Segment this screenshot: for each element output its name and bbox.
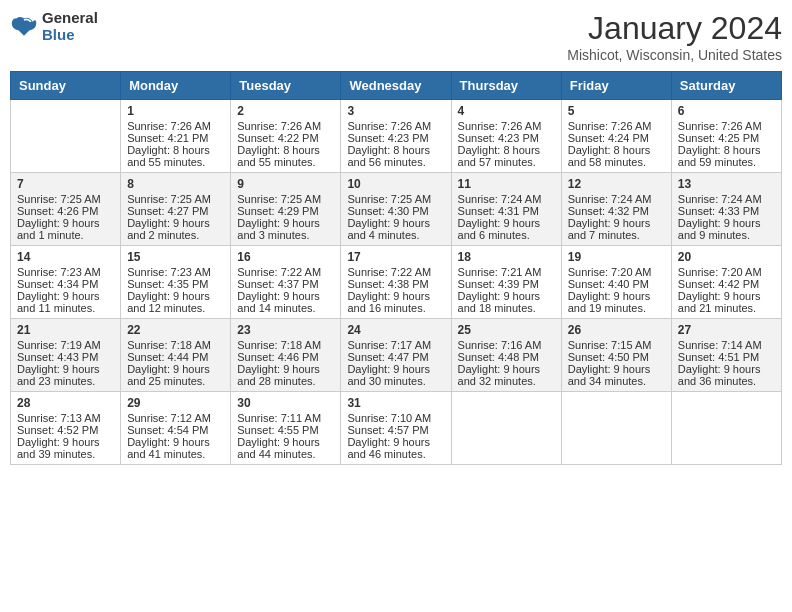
daylight-text: Daylight: 9 hours and 7 minutes.: [568, 217, 665, 241]
sunrise-text: Sunrise: 7:23 AM: [127, 266, 224, 278]
day-number: 11: [458, 177, 555, 191]
day-number: 31: [347, 396, 444, 410]
day-number: 25: [458, 323, 555, 337]
sunset-text: Sunset: 4:27 PM: [127, 205, 224, 217]
daylight-text: Daylight: 9 hours and 6 minutes.: [458, 217, 555, 241]
day-number: 5: [568, 104, 665, 118]
day-number: 21: [17, 323, 114, 337]
sunset-text: Sunset: 4:22 PM: [237, 132, 334, 144]
daylight-text: Daylight: 9 hours and 11 minutes.: [17, 290, 114, 314]
calendar-cell: 29Sunrise: 7:12 AMSunset: 4:54 PMDayligh…: [121, 392, 231, 465]
day-number: 1: [127, 104, 224, 118]
daylight-text: Daylight: 9 hours and 36 minutes.: [678, 363, 775, 387]
daylight-text: Daylight: 9 hours and 41 minutes.: [127, 436, 224, 460]
sunrise-text: Sunrise: 7:24 AM: [678, 193, 775, 205]
sunrise-text: Sunrise: 7:26 AM: [347, 120, 444, 132]
day-number: 6: [678, 104, 775, 118]
sunrise-text: Sunrise: 7:10 AM: [347, 412, 444, 424]
header: General Blue January 2024 Mishicot, Wisc…: [10, 10, 782, 63]
sunset-text: Sunset: 4:50 PM: [568, 351, 665, 363]
month-title: January 2024: [567, 10, 782, 47]
day-number: 18: [458, 250, 555, 264]
calendar-cell: 28Sunrise: 7:13 AMSunset: 4:52 PMDayligh…: [11, 392, 121, 465]
calendar-cell: [561, 392, 671, 465]
sunset-text: Sunset: 4:46 PM: [237, 351, 334, 363]
calendar-cell: 20Sunrise: 7:20 AMSunset: 4:42 PMDayligh…: [671, 246, 781, 319]
calendar-cell: 1Sunrise: 7:26 AMSunset: 4:21 PMDaylight…: [121, 100, 231, 173]
day-number: 7: [17, 177, 114, 191]
sunset-text: Sunset: 4:48 PM: [458, 351, 555, 363]
sunrise-text: Sunrise: 7:22 AM: [237, 266, 334, 278]
daylight-text: Daylight: 9 hours and 14 minutes.: [237, 290, 334, 314]
daylight-text: Daylight: 9 hours and 21 minutes.: [678, 290, 775, 314]
weekday-header-wednesday: Wednesday: [341, 72, 451, 100]
sunrise-text: Sunrise: 7:16 AM: [458, 339, 555, 351]
sunset-text: Sunset: 4:40 PM: [568, 278, 665, 290]
daylight-text: Daylight: 9 hours and 44 minutes.: [237, 436, 334, 460]
day-number: 2: [237, 104, 334, 118]
day-number: 4: [458, 104, 555, 118]
calendar-cell: 12Sunrise: 7:24 AMSunset: 4:32 PMDayligh…: [561, 173, 671, 246]
calendar-cell: 10Sunrise: 7:25 AMSunset: 4:30 PMDayligh…: [341, 173, 451, 246]
day-number: 9: [237, 177, 334, 191]
sunset-text: Sunset: 4:26 PM: [17, 205, 114, 217]
calendar-cell: 23Sunrise: 7:18 AMSunset: 4:46 PMDayligh…: [231, 319, 341, 392]
sunrise-text: Sunrise: 7:17 AM: [347, 339, 444, 351]
calendar: SundayMondayTuesdayWednesdayThursdayFrid…: [10, 71, 782, 465]
calendar-cell: 3Sunrise: 7:26 AMSunset: 4:23 PMDaylight…: [341, 100, 451, 173]
daylight-text: Daylight: 9 hours and 2 minutes.: [127, 217, 224, 241]
sunset-text: Sunset: 4:51 PM: [678, 351, 775, 363]
sunset-text: Sunset: 4:21 PM: [127, 132, 224, 144]
sunset-text: Sunset: 4:38 PM: [347, 278, 444, 290]
sunrise-text: Sunrise: 7:11 AM: [237, 412, 334, 424]
day-number: 22: [127, 323, 224, 337]
sunrise-text: Sunrise: 7:13 AM: [17, 412, 114, 424]
calendar-cell: 16Sunrise: 7:22 AMSunset: 4:37 PMDayligh…: [231, 246, 341, 319]
calendar-cell: 19Sunrise: 7:20 AMSunset: 4:40 PMDayligh…: [561, 246, 671, 319]
calendar-cell: 8Sunrise: 7:25 AMSunset: 4:27 PMDaylight…: [121, 173, 231, 246]
daylight-text: Daylight: 8 hours and 56 minutes.: [347, 144, 444, 168]
sunrise-text: Sunrise: 7:26 AM: [568, 120, 665, 132]
calendar-week-row: 28Sunrise: 7:13 AMSunset: 4:52 PMDayligh…: [11, 392, 782, 465]
daylight-text: Daylight: 9 hours and 18 minutes.: [458, 290, 555, 314]
logo-blue-text: Blue: [42, 27, 98, 44]
calendar-cell: 21Sunrise: 7:19 AMSunset: 4:43 PMDayligh…: [11, 319, 121, 392]
sunset-text: Sunset: 4:24 PM: [568, 132, 665, 144]
calendar-cell: 27Sunrise: 7:14 AMSunset: 4:51 PMDayligh…: [671, 319, 781, 392]
calendar-cell: 18Sunrise: 7:21 AMSunset: 4:39 PMDayligh…: [451, 246, 561, 319]
daylight-text: Daylight: 9 hours and 32 minutes.: [458, 363, 555, 387]
calendar-week-row: 1Sunrise: 7:26 AMSunset: 4:21 PMDaylight…: [11, 100, 782, 173]
calendar-cell: 30Sunrise: 7:11 AMSunset: 4:55 PMDayligh…: [231, 392, 341, 465]
calendar-cell: 17Sunrise: 7:22 AMSunset: 4:38 PMDayligh…: [341, 246, 451, 319]
location: Mishicot, Wisconsin, United States: [567, 47, 782, 63]
sunset-text: Sunset: 4:23 PM: [458, 132, 555, 144]
day-number: 20: [678, 250, 775, 264]
day-number: 16: [237, 250, 334, 264]
sunrise-text: Sunrise: 7:24 AM: [458, 193, 555, 205]
daylight-text: Daylight: 8 hours and 57 minutes.: [458, 144, 555, 168]
calendar-cell: 7Sunrise: 7:25 AMSunset: 4:26 PMDaylight…: [11, 173, 121, 246]
logo: General Blue: [10, 10, 98, 43]
daylight-text: Daylight: 9 hours and 25 minutes.: [127, 363, 224, 387]
sunset-text: Sunset: 4:57 PM: [347, 424, 444, 436]
sunrise-text: Sunrise: 7:26 AM: [678, 120, 775, 132]
weekday-header-thursday: Thursday: [451, 72, 561, 100]
sunrise-text: Sunrise: 7:25 AM: [237, 193, 334, 205]
sunrise-text: Sunrise: 7:25 AM: [347, 193, 444, 205]
sunset-text: Sunset: 4:55 PM: [237, 424, 334, 436]
calendar-cell: 15Sunrise: 7:23 AMSunset: 4:35 PMDayligh…: [121, 246, 231, 319]
day-number: 24: [347, 323, 444, 337]
daylight-text: Daylight: 9 hours and 9 minutes.: [678, 217, 775, 241]
sunset-text: Sunset: 4:47 PM: [347, 351, 444, 363]
sunset-text: Sunset: 4:44 PM: [127, 351, 224, 363]
logo-general-text: General: [42, 10, 98, 27]
calendar-cell: 6Sunrise: 7:26 AMSunset: 4:25 PMDaylight…: [671, 100, 781, 173]
sunrise-text: Sunrise: 7:19 AM: [17, 339, 114, 351]
calendar-week-row: 7Sunrise: 7:25 AMSunset: 4:26 PMDaylight…: [11, 173, 782, 246]
sunset-text: Sunset: 4:54 PM: [127, 424, 224, 436]
day-number: 23: [237, 323, 334, 337]
daylight-text: Daylight: 8 hours and 55 minutes.: [127, 144, 224, 168]
day-number: 19: [568, 250, 665, 264]
day-number: 26: [568, 323, 665, 337]
daylight-text: Daylight: 9 hours and 39 minutes.: [17, 436, 114, 460]
